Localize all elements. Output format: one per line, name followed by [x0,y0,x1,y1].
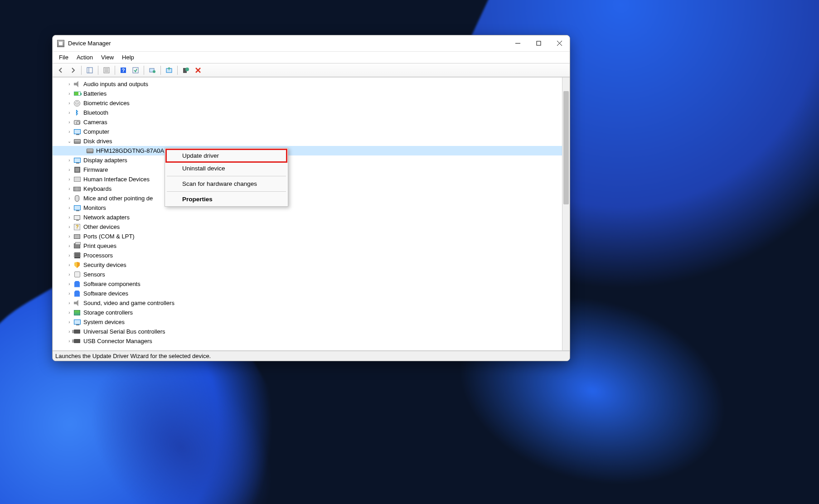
other-icon [73,223,81,231]
device-tree[interactable]: ›Audio inputs and outputs›Batteries›Biom… [53,78,570,350]
context-menu-item[interactable]: Scan for hardware changes [166,178,287,190]
device-category[interactable]: ›Human Interface Devices [53,174,570,184]
expand-icon[interactable]: › [66,243,73,248]
device-category[interactable]: ›Security devices [53,260,570,270]
forward-button[interactable] [68,65,78,76]
expand-icon[interactable]: › [66,253,73,258]
device-category[interactable]: ›Keyboards [53,184,570,194]
device-category[interactable]: ›Mice and other pointing de [53,194,570,203]
device-category[interactable]: ›Universal Serial Bus controllers [53,327,570,336]
expand-icon[interactable]: › [66,129,73,134]
properties-button[interactable] [101,65,112,76]
chip-icon [73,252,81,259]
device-category[interactable]: ›Storage controllers [53,308,570,317]
expand-icon[interactable]: › [66,205,73,210]
device-label: HFM128GDGTNG-87A0A [96,147,164,154]
device-category[interactable]: ›Sound, video and game controllers [53,298,570,308]
device-category[interactable]: ›Other devices [53,222,570,232]
firm-icon [73,166,81,174]
device-label: Network adapters [83,214,130,221]
camera-icon [73,119,81,126]
svg-text:?: ? [122,68,125,73]
expand-icon[interactable]: › [66,320,73,325]
expand-icon[interactable]: › [66,177,73,182]
uninstall-device-button[interactable] [180,65,191,76]
expand-icon[interactable]: › [66,215,73,220]
expand-icon[interactable]: › [66,158,73,163]
device-category[interactable]: ›Monitors [53,203,570,213]
expand-icon[interactable]: › [66,91,73,96]
minimize-button[interactable] [507,35,528,52]
back-button[interactable] [55,65,66,76]
device-category[interactable]: ›System devices [53,317,570,327]
maximize-button[interactable] [528,35,549,52]
titlebar[interactable]: Device Manager [53,35,570,52]
expand-icon[interactable]: › [66,272,73,277]
device-category[interactable]: ›Processors [53,251,570,260]
collapse-icon[interactable]: ⌄ [66,139,73,144]
device-category[interactable]: ›Print queues [53,241,570,251]
expand-icon[interactable]: › [66,329,73,334]
expand-icon[interactable]: › [66,101,73,106]
device-item[interactable]: HFM128GDGTNG-87A0A [53,146,570,155]
update-driver-button[interactable] [164,65,174,76]
sensor-icon [73,271,81,278]
expand-icon[interactable]: › [66,167,73,172]
device-category[interactable]: ›Ports (COM & LPT) [53,232,570,241]
show-hide-tree-button[interactable] [84,65,95,76]
scrollbar-thumb[interactable] [563,91,569,204]
expand-icon[interactable]: › [66,110,73,115]
device-category[interactable]: ›USB Connector Managers [53,336,570,346]
vertical-scrollbar[interactable] [562,78,570,350]
device-label: Processors [83,252,113,259]
device-category[interactable]: ›Cameras [53,117,570,127]
device-category[interactable]: ›Display adapters [53,155,570,165]
device-label: Display adapters [83,157,127,164]
expand-icon[interactable]: › [66,186,73,191]
context-menu-item[interactable]: Update driver [165,149,287,163]
expand-icon[interactable]: › [66,196,73,201]
context-menu-item[interactable]: Uninstall device [166,162,287,174]
battery-icon [73,90,81,97]
menu-file[interactable]: File [55,53,72,62]
device-category[interactable]: ›Firmware [53,165,570,174]
usb-icon [73,328,81,335]
disable-device-button[interactable] [193,65,204,76]
menu-action[interactable]: Action [73,53,97,62]
device-category[interactable]: ›Sensors [53,270,570,279]
device-category[interactable]: ›Audio inputs and outputs [53,79,570,89]
device-label: Mice and other pointing de [83,195,153,202]
expand-icon[interactable]: › [66,234,73,239]
action-button[interactable] [130,65,141,76]
device-label: Security devices [83,262,126,268]
svg-point-17 [185,68,189,71]
expand-icon[interactable]: › [66,262,73,267]
expand-icon[interactable]: › [66,300,73,305]
device-category[interactable]: ›Batteries [53,89,570,98]
help-button[interactable]: ? [118,65,129,76]
device-category[interactable]: ›Computer [53,127,570,136]
close-button[interactable] [549,35,570,52]
device-label: Biometric devices [83,100,130,107]
menu-help[interactable]: Help [118,53,138,62]
device-category[interactable]: ›ᛒBluetooth [53,108,570,117]
expand-icon[interactable]: › [66,281,73,286]
scan-hardware-button[interactable] [147,65,158,76]
expand-icon[interactable]: › [66,339,73,344]
expand-icon[interactable]: › [66,310,73,315]
context-menu-item[interactable]: Properties [166,193,287,205]
device-category[interactable]: ›Software components [53,279,570,289]
disk-icon [73,138,81,145]
device-category[interactable]: ›Network adapters [53,213,570,222]
device-category[interactable]: ›Biometric devices [53,98,570,108]
device-label: Batteries [83,90,107,97]
device-category[interactable]: ⌄Disk drives [53,136,570,146]
expand-icon[interactable]: › [66,82,73,87]
expand-icon[interactable]: › [66,291,73,296]
device-category[interactable]: ›Software devices [53,289,570,298]
device-label: Storage controllers [83,309,133,316]
expand-icon[interactable]: › [66,224,73,229]
menu-view[interactable]: View [97,53,117,62]
context-menu-separator [167,176,286,176]
expand-icon[interactable]: › [66,120,73,125]
